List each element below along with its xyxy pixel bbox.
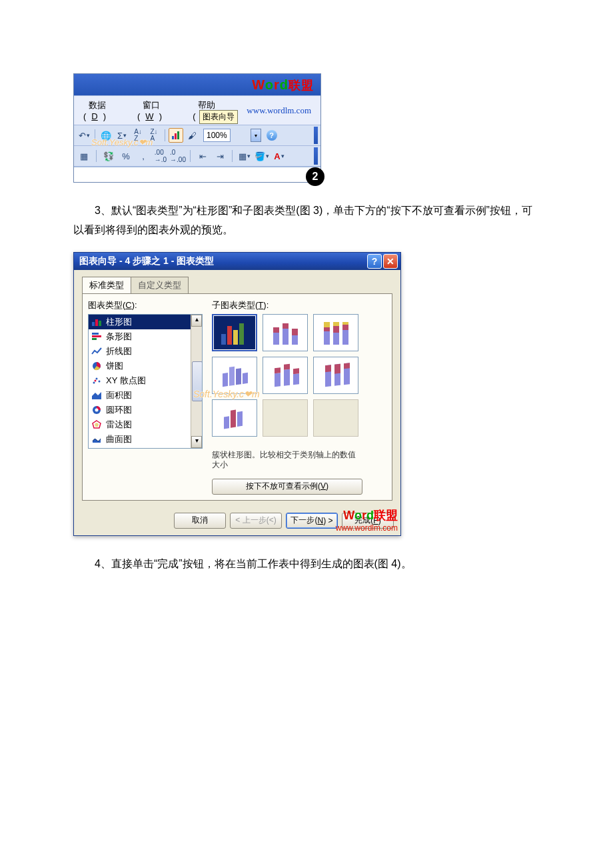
svg-rect-54 [224,416,229,429]
currency-icon[interactable]: 💱 [101,149,116,163]
svg-rect-1 [175,133,177,139]
subchart-3d-stacked-column[interactable] [263,357,308,394]
line-icon [91,347,102,356]
svg-rect-33 [333,322,339,326]
svg-rect-36 [342,322,348,325]
scrollbar[interactable]: ▴ ▾ [191,315,202,448]
chart-type-label: 图表类型(C): [88,299,203,311]
chart-type-item[interactable]: 柱形图 [89,315,202,329]
svg-rect-20 [227,326,232,345]
pie-icon [91,361,102,371]
scroll-down-icon[interactable]: ▾ [191,436,202,448]
subchart-3d-100pct-stacked-column[interactable] [313,357,358,394]
undo-icon[interactable]: ↶▾ [77,128,91,143]
svg-rect-56 [237,411,243,426]
dialog-title: 图表向导 - 4 步骤之 1 - 图表类型 [79,255,214,267]
drawing-toolbar-icon[interactable]: 🖌 [185,128,199,143]
donut-icon [91,405,102,415]
scroll-up-icon[interactable]: ▴ [191,315,202,327]
svg-rect-30 [324,322,330,327]
finish-button[interactable]: 完成(F) [342,513,394,529]
svg-rect-19 [221,334,226,345]
back-button[interactable]: < 上一步(<) [230,513,282,529]
svg-marker-18 [95,423,99,427]
svg-rect-6 [92,333,99,335]
tab-standard-types[interactable]: 标准类型 [82,277,131,293]
svg-point-16 [95,408,99,411]
svg-point-13 [95,379,97,381]
font-color-icon[interactable]: A▾ [272,149,287,163]
chart-type-item[interactable]: 雷达图 [89,417,202,432]
svg-point-12 [99,380,101,382]
chart-type-list[interactable]: 柱形图条形图折线图饼图XY 散点图面积图圆环图雷达图曲面图 ▴ ▾ [88,314,203,449]
chart-type-item[interactable]: 曲面图 [89,432,202,447]
excel-toolbar-screenshot: Word联盟 数据 (D) 窗口 (W) 帮助 (H) www.wordlm.c… [73,73,321,183]
brand-word-logo: Word联盟 [252,78,314,91]
dialog-help-icon[interactable]: ? [367,254,382,269]
help-icon[interactable]: ? [267,130,277,141]
borders-icon[interactable]: ▦▾ [237,149,252,163]
yesky-watermark: Soft.Yesky.c❤m [91,138,153,147]
svg-rect-5 [99,321,101,326]
radar-icon [91,420,102,429]
subchart-100pct-stacked-column[interactable] [313,314,358,351]
chart-type-item[interactable]: 面积图 [89,388,202,403]
svg-rect-45 [284,363,290,369]
chart-wizard-dialog: 图表向导 - 4 步骤之 1 - 图表类型 ? ✕ 标准类型 自定义类型 图表类… [73,252,401,536]
dialog-titlebar: 图表向导 - 4 步骤之 1 - 图表类型 ? ✕ [74,253,400,270]
cancel-button[interactable]: 取消 [174,513,226,529]
subchart-stacked-column[interactable] [263,314,308,351]
subchart-description: 簇状柱形图。比较相交于类别轴上的数值大小 [212,450,358,471]
svg-point-10 [93,381,95,383]
svg-rect-4 [95,319,98,326]
comma-icon[interactable]: , [136,149,151,163]
svg-rect-25 [283,329,289,345]
chart-type-item[interactable]: 饼图 [89,359,202,373]
svg-rect-21 [233,330,238,345]
svg-rect-0 [172,136,174,139]
next-button[interactable]: 下一步(N) > [286,513,338,529]
zoom-field[interactable]: 100% [203,129,231,142]
percent-icon[interactable]: % [119,149,133,163]
tab-custom-types[interactable]: 自定义类型 [131,277,189,293]
svg-rect-3 [92,322,95,326]
svg-point-11 [96,377,98,379]
svg-rect-28 [292,329,298,335]
svg-rect-38 [223,373,228,387]
press-hold-sample-button[interactable]: 按下不放可查看示例(V) [212,479,362,495]
svg-rect-51 [334,363,340,373]
svg-rect-41 [243,372,248,383]
svg-rect-26 [283,323,289,329]
scatter-icon [91,376,102,385]
dialog-close-icon[interactable]: ✕ [383,254,398,269]
increase-indent-icon[interactable]: ⇥ [213,149,227,163]
svg-marker-14 [92,392,101,399]
svg-rect-55 [231,409,236,427]
toolbar-overflow-icon[interactable] [314,127,318,144]
svg-rect-34 [333,326,339,333]
brand-url: www.wordlm.com [241,104,316,117]
chart-wizard-tooltip: 图表向导 [199,110,238,124]
menu-data[interactable]: 数据 (D) [78,97,132,123]
fill-color-icon[interactable]: 🪣▾ [255,149,269,163]
svg-rect-43 [275,367,281,373]
chart-type-item[interactable]: 圆环图 [89,403,202,417]
chart-type-item[interactable]: 条形图 [89,329,202,344]
increase-decimal-icon[interactable]: .00→.0 [153,149,168,163]
chart-wizard-icon[interactable] [169,128,183,143]
zoom-dropdown-icon[interactable]: ▾ [251,129,261,142]
menu-window[interactable]: 窗口 (W) [132,97,187,123]
svg-rect-47 [293,368,299,374]
subchart-3d-column[interactable] [212,399,257,437]
toolbar-overflow-icon[interactable] [314,147,318,165]
svg-rect-39 [229,366,235,385]
merge-cells-icon[interactable]: ▦ [77,149,91,163]
subchart-clustered-column[interactable] [212,314,257,351]
subchart-type-label: 子图表类型(T): [212,299,385,311]
svg-rect-22 [239,323,244,345]
chart-type-item[interactable]: 折线图 [89,344,202,359]
decrease-decimal-icon[interactable]: .0→.00 [171,149,185,163]
wizard-footer: 取消 < 上一步(<) 下一步(N) > 完成(F) [74,507,400,535]
chart-type-item[interactable]: XY 散点图 [89,373,202,388]
decrease-indent-icon[interactable]: ⇤ [195,149,210,163]
